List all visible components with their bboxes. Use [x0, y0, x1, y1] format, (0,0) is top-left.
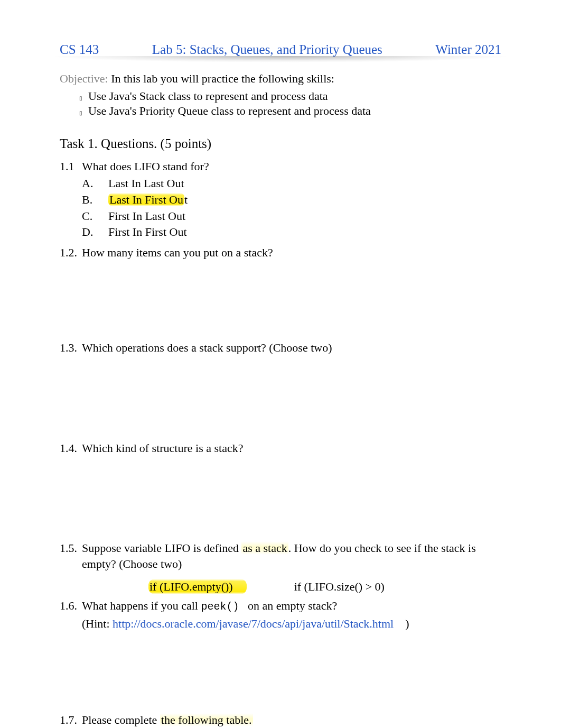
choice-letter: C. — [82, 208, 108, 225]
question-number: 1.6. — [60, 598, 82, 614]
code-inline: peek() — [201, 601, 239, 613]
objective-item-text: Use Java's Stack class to represent and … — [88, 89, 328, 104]
question-1-1: 1.1 What does LIFO stand for? — [60, 159, 501, 174]
highlight-soft: the following table. — [160, 713, 253, 726]
list-item: ▯ Use Java's Stack class to represent an… — [73, 89, 501, 104]
choice-text: First In Last Out — [108, 208, 185, 225]
task-prefix: Task 1. — [60, 136, 101, 151]
hint-prefix: (Hint: — [82, 617, 113, 630]
hint-link[interactable]: http://docs.oracle.com/javase/7/docs/api… — [113, 617, 394, 630]
question-text: Which operations does a stack support? (… — [82, 340, 501, 356]
bullet-icon: ▯ — [73, 110, 88, 117]
question-1-2: 1.2. How many items can you put on a sta… — [60, 245, 501, 261]
question-1-5: 1.5. Suppose variable LIFO is defined as… — [60, 540, 501, 572]
highlight-soft: as a stack — [241, 541, 288, 555]
question-1-4: 1.4. Which kind of structure is a stack? — [60, 440, 501, 456]
question-text: Suppose variable LIFO is defined as a st… — [82, 540, 501, 572]
choice-letter: D. — [82, 224, 108, 241]
choice-a: A. Last In Last Out — [82, 176, 501, 192]
course-code: CS 143 — [60, 42, 99, 57]
highlight: if (LIFO.empty()) — [148, 579, 247, 594]
list-item: ▯ Use Java's Priority Queue class to rep… — [73, 104, 501, 118]
code-options-1-5: if (LIFO.empty()) if (LIFO.size() > 0) — [148, 580, 501, 594]
question-text: Which kind of structure is a stack? — [82, 440, 501, 456]
question-number: 1.2. — [60, 245, 82, 261]
code-option-1: if (LIFO.empty()) — [148, 580, 247, 594]
question-text: Please complete the following table. — [82, 712, 501, 728]
question-1-7: 1.7. Please complete the following table… — [60, 712, 501, 728]
highlight: Last In First Ou — [108, 193, 184, 206]
choice-text: Last In First Out — [108, 192, 188, 208]
objective-line: Objective: In this lab you will practice… — [60, 72, 501, 86]
hint-suffix: ) — [405, 617, 409, 630]
bullet-icon: ▯ — [73, 95, 88, 102]
choice-letter: A. — [82, 176, 108, 192]
question-text: What happens if you call peek() on an em… — [82, 598, 501, 614]
page-header: CS 143 Lab 5: Stacks, Queues, and Priori… — [60, 42, 501, 60]
term: Winter 2021 — [435, 42, 501, 57]
lab-title: Lab 5: Stacks, Queues, and Priority Queu… — [152, 42, 382, 57]
question-number: 1.5. — [60, 540, 82, 572]
choices-1-1: A. Last In Last Out B. Last In First Out… — [82, 176, 501, 241]
choice-d: D. First In First Out — [82, 224, 501, 241]
choice-letter: B. — [82, 192, 108, 208]
choice-c: C. First In Last Out — [82, 208, 501, 225]
question-number: 1.7. — [60, 712, 82, 728]
choice-b: B. Last In First Out — [82, 192, 501, 208]
objective-label: Objective: — [60, 72, 108, 85]
question-1-3: 1.3. Which operations does a stack suppo… — [60, 340, 501, 356]
task-title: Questions. (5 points) — [101, 136, 211, 151]
question-1-6: 1.6. What happens if you call peek() on … — [60, 598, 501, 614]
hint-line: (Hint: http://docs.oracle.com/javase/7/d… — [82, 617, 501, 631]
objective-item-text: Use Java's Priority Queue class to repre… — [88, 104, 371, 118]
choice-text: Last In Last Out — [108, 176, 184, 192]
code-option-2: if (LIFO.size() > 0) — [294, 580, 385, 594]
task-heading: Task 1. Questions. (5 points) — [60, 136, 501, 151]
choice-text: First In First Out — [108, 224, 187, 241]
question-text: How many items can you put on a stack? — [82, 245, 501, 261]
question-number: 1.4. — [60, 440, 82, 456]
question-number: 1.1 — [60, 159, 82, 174]
question-text: What does LIFO stand for? — [82, 159, 501, 174]
objective-list: ▯ Use Java's Stack class to represent an… — [73, 89, 501, 118]
question-number: 1.3. — [60, 340, 82, 356]
objective-text: In this lab you will practice the follow… — [111, 72, 334, 85]
